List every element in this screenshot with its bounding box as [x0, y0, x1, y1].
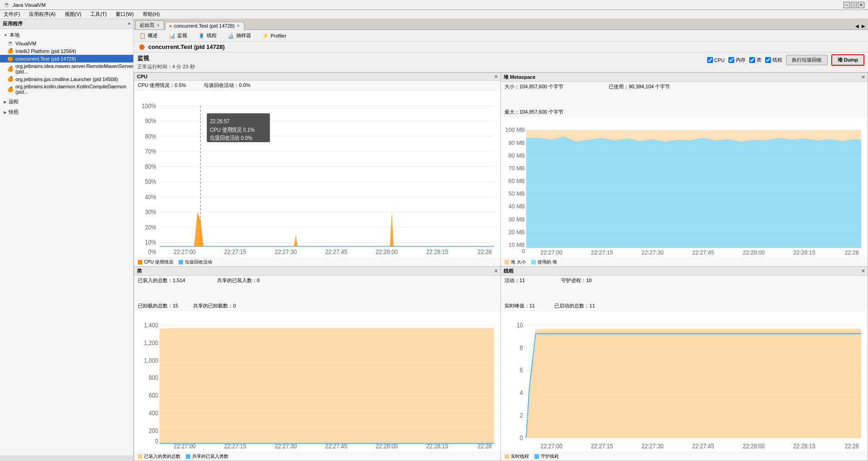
title-bar-controls[interactable]: ─ □ ✕: [844, 2, 864, 8]
legend-label-classes-shared: 共享的已装入类数: [192, 453, 228, 460]
cpu-usage-stat: CPU 使用情况：0.5%: [138, 82, 186, 89]
svg-text:70%: 70%: [145, 147, 156, 155]
cpu-checkbox-label[interactable]: CPU: [707, 57, 725, 63]
gc-button[interactable]: 执行垃圾回收: [786, 55, 828, 65]
svg-text:600: 600: [149, 392, 158, 399]
svg-text:8: 8: [520, 344, 523, 351]
sidebar-item-label-intellij: IntelliJ Platform (pid 12564): [15, 48, 76, 54]
memory-checkbox[interactable]: [728, 57, 734, 63]
cpu-checkbox[interactable]: [707, 57, 713, 63]
svg-text:10 MB: 10 MB: [509, 242, 525, 248]
toolbar-profiler[interactable]: ⚡ Profiler: [260, 32, 288, 40]
app-icon-kotlin: 🍊: [7, 86, 14, 92]
sidebar-item-label-visualvm: VisualVM: [15, 41, 36, 46]
maximize-button[interactable]: □: [851, 2, 857, 8]
classes-chart-panel: 类 ✕ 已装入的总数：1,514 共享的已装入数：0 已卸载的总数：15 共享的…: [134, 267, 501, 461]
sidebar-item-intellij[interactable]: 🍊 IntelliJ Platform (pid 12564): [0, 47, 133, 55]
cpu-chart-stats: CPU 使用情况：0.5% 垃圾回收活动：0.0%: [134, 81, 500, 91]
menu-help[interactable]: 帮助(H): [141, 10, 161, 19]
svg-text:22:28:15: 22:28:15: [426, 247, 448, 255]
toolbar-threads[interactable]: 🧵 线程: [196, 31, 218, 40]
svg-text:22:26:57: 22:26:57: [210, 118, 229, 125]
svg-text:22:27:45: 22:27:45: [692, 250, 714, 256]
classes-chart-close[interactable]: ✕: [494, 269, 498, 274]
svg-text:22:27:45: 22:27:45: [325, 247, 347, 255]
toolbar-overview[interactable]: 📋 概述: [137, 31, 160, 40]
threads-checkbox[interactable]: [765, 57, 771, 63]
classes-chart-title: 类: [137, 268, 142, 274]
heap-chart-stats: 大小：104,857,600 个字节 已使用：90,384,104 个字节 最大…: [501, 82, 868, 117]
cpu-checkbox-text: CPU: [714, 58, 725, 63]
cpu-chart-legend: CPU 使用情况 垃圾回收活动: [134, 258, 500, 266]
menu-tools[interactable]: 工具(T): [88, 10, 108, 19]
tree-section-local[interactable]: ▼ 本地: [0, 31, 133, 39]
cpu-chart-panel: CPU ✕ CPU 使用情况：0.5% 垃圾回收活动：0.0%: [134, 72, 501, 267]
sidebar-close-button[interactable]: ×: [128, 21, 131, 26]
svg-text:22:28: 22:28: [844, 443, 858, 450]
svg-text:40%: 40%: [145, 193, 156, 201]
process-header: concurrent.Test (pid 14728): [134, 42, 868, 53]
svg-text:20 MB: 20 MB: [509, 229, 525, 235]
classes-checkbox-label[interactable]: 类: [749, 57, 761, 63]
minimize-button[interactable]: ─: [844, 2, 850, 8]
tab-concurrent-close[interactable]: ✕: [237, 24, 240, 28]
legend-gc-activity: 垃圾回收活动: [179, 259, 212, 265]
sidebar-item-kotlin[interactable]: 🍊 org.jetbrains.kotlin.daemon.KotlinComp…: [0, 83, 133, 96]
svg-marker-66: [526, 136, 861, 248]
expand-icon-local: ▼: [4, 33, 8, 38]
threads-icon: 🧵: [198, 33, 205, 39]
menu-apps[interactable]: 应用程序(A): [27, 10, 58, 19]
tab-nav-left[interactable]: ◀: [854, 23, 860, 29]
svg-text:22:27:00: 22:27:00: [174, 247, 196, 255]
svg-marker-89: [160, 328, 494, 443]
legend-color-cpu: [138, 260, 142, 264]
tree-section-snapshots[interactable]: ▶ 快照: [0, 108, 133, 116]
tab-startpage-close[interactable]: ✕: [156, 23, 160, 28]
tab-concurrent[interactable]: ● concurrent.Test (pid 14728) ✕: [165, 22, 244, 30]
legend-color-daemon-threads: [534, 454, 539, 459]
heap-chart-close[interactable]: ✕: [861, 75, 865, 80]
sidebar-item-launcher[interactable]: 🍊 org.jetbrains.jps.cmdline.Launcher (pi…: [0, 75, 133, 83]
sidebar-item-concurrent[interactable]: 🍊 concurrent.Test (pid 14728): [0, 55, 133, 62]
classes-loaded-stat: 已装入的总数：1,514: [138, 277, 185, 284]
toolbar-monitor[interactable]: 📊 监视: [167, 31, 189, 40]
cpu-chart-close[interactable]: ✕: [494, 74, 498, 79]
legend-color-classes-loaded: [138, 454, 142, 459]
toolbar-overview-label: 概述: [148, 32, 158, 39]
legend-label-heap-used: 使用的 堆: [538, 259, 557, 265]
menu-window[interactable]: 窗口(W): [114, 10, 136, 19]
tab-nav-right[interactable]: ▶: [861, 23, 866, 29]
svg-text:0: 0: [520, 434, 523, 442]
classes-chart-stats: 已装入的总数：1,514 共享的已装入数：0 已卸载的总数：15 共享的已卸载数…: [134, 276, 500, 311]
svg-marker-29: [194, 212, 204, 246]
legend-color-heap-size: [504, 260, 509, 264]
threads-chart-title: 线程: [504, 268, 514, 274]
tree-section-remote[interactable]: ▶ 远程: [0, 97, 133, 106]
close-button[interactable]: ✕: [858, 2, 864, 8]
tab-nav[interactable]: ◀ ▶: [854, 23, 866, 29]
svg-text:22:27:15: 22:27:15: [591, 443, 613, 450]
toolbar-sampler[interactable]: 🔬 抽样器: [226, 31, 253, 40]
svg-text:0: 0: [155, 438, 158, 445]
tab-startpage[interactable]: 起始页 ✕: [136, 20, 164, 29]
svg-marker-30: [294, 235, 297, 246]
threads-chart-close[interactable]: ✕: [861, 269, 865, 274]
sidebar-item-visualvm[interactable]: ☕ VisualVM: [0, 39, 133, 47]
memory-checkbox-label[interactable]: 内存: [728, 57, 746, 63]
heap-dump-button[interactable]: 堆 Dump: [831, 54, 864, 66]
legend-label-classes-loaded: 已装入的类的总数: [144, 453, 180, 460]
legend-live-threads: 实时线程: [504, 453, 529, 460]
legend-cpu-usage: CPU 使用情况: [138, 259, 173, 265]
threads-chart-header: 线程 ✕: [501, 267, 868, 276]
classes-checkbox[interactable]: [749, 57, 755, 63]
menu-view[interactable]: 视图(V): [63, 10, 83, 19]
legend-label-live-threads: 实时线程: [511, 453, 529, 460]
threads-checkbox-label[interactable]: 线程: [765, 57, 782, 63]
sidebar-scrollbar[interactable]: [0, 456, 133, 461]
menu-file[interactable]: 文件(F): [2, 10, 22, 19]
process-status-dot: [139, 44, 145, 50]
sidebar-item-maven[interactable]: 🍊 org.jetbrains.idea.maven.server.Remote…: [0, 62, 133, 75]
overview-icon: 📋: [139, 33, 146, 39]
app-icon: ☕: [4, 2, 10, 8]
svg-text:1,200: 1,200: [144, 339, 158, 346]
